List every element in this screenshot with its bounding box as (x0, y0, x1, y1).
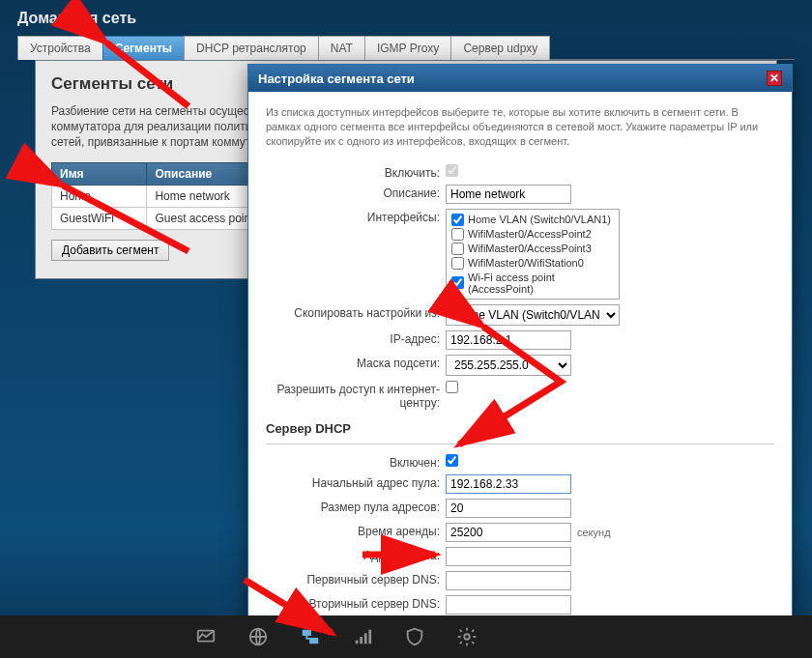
svg-rect-2 (303, 630, 311, 636)
bottom-taskbar (0, 615, 812, 658)
segment-settings-modal: Настройка сегмента сети ✕ Из списка дост… (247, 64, 793, 658)
iface-label: WifiMaster0/AccessPoint2 (468, 228, 592, 240)
label-dns2: Вторичный сервер DNS: (266, 595, 446, 611)
svg-point-8 (464, 634, 470, 640)
network-icon[interactable] (298, 624, 323, 649)
pool-size-field[interactable] (446, 499, 571, 518)
iface-checkbox[interactable] (451, 257, 464, 270)
copy-from-select[interactable]: Home VLAN (Switch0/VLAN1) (446, 304, 620, 326)
label-desc: Описание: (266, 185, 446, 200)
pool-start-field[interactable] (446, 474, 571, 494)
label-ifaces: Интерфейсы: (266, 209, 446, 224)
iface-checkbox[interactable] (451, 243, 464, 255)
enable-checkbox (446, 164, 458, 177)
svg-rect-4 (356, 641, 359, 644)
cell-name: Home (52, 185, 147, 207)
label-pool-start: Начальный адрес пула: (266, 474, 446, 490)
page-title: Домашняя сеть (0, 0, 812, 35)
label-lease: Время аренды: (266, 523, 446, 538)
shield-icon[interactable] (402, 624, 427, 649)
iface-checkbox[interactable] (451, 228, 464, 241)
iface-label: WifiMaster0/AccessPoint3 (468, 243, 592, 254)
iface-checkbox[interactable] (451, 214, 464, 226)
iface-label: Wi-Fi access point (AccessPoint) (468, 272, 614, 295)
cell-name: GuestWiFi (52, 207, 147, 229)
label-dhcp-enabled: Включен: (266, 454, 446, 470)
gear-icon[interactable] (454, 624, 479, 649)
tab-udpxy[interactable]: Сервер udpxy (450, 36, 550, 60)
svg-rect-6 (364, 633, 367, 644)
globe-icon[interactable] (246, 624, 271, 649)
add-segment-button[interactable]: Добавить сегмент (51, 240, 169, 261)
signal-icon[interactable] (350, 624, 375, 649)
col-name: Имя (52, 162, 147, 185)
gateway-field[interactable] (446, 547, 571, 566)
modal-description: Из списка доступных интерфейсов выберите… (266, 105, 774, 149)
label-mask: Маска подсети: (266, 355, 446, 370)
iface-label: Home VLAN (Switch0/VLAN1) (468, 214, 611, 225)
tab-dhcp-relay[interactable]: DHCP ретранслятор (184, 36, 319, 60)
tab-segments[interactable]: Сегменты (102, 36, 185, 60)
mask-select[interactable]: 255.255.255.0 (446, 355, 571, 376)
tab-devices[interactable]: Устройства (17, 36, 103, 60)
iface-label: WifiMaster0/WifiStation0 (468, 257, 584, 269)
label-copy-from: Скопировать настройки из: (266, 304, 446, 320)
lease-suffix: секунд (577, 527, 611, 538)
dhcp-enabled-checkbox[interactable] (446, 454, 458, 467)
dns1-field[interactable] (446, 571, 571, 590)
dns2-field[interactable] (446, 595, 571, 615)
tab-nat[interactable]: NAT (318, 36, 365, 60)
ip-field[interactable] (446, 330, 571, 350)
label-pool-size: Размер пула адресов: (266, 499, 446, 514)
label-dns1: Первичный сервер DNS: (266, 571, 446, 586)
desc-field[interactable] (446, 185, 571, 204)
allow-ic-checkbox[interactable] (446, 381, 458, 393)
tab-igmp[interactable]: IGMP Proxy (364, 36, 451, 60)
lease-field[interactable] (446, 523, 571, 542)
tab-bar: Устройства Сегменты DHCP ретранслятор NA… (17, 35, 795, 60)
modal-title: Настройка сегмента сети (258, 72, 415, 86)
label-ip: IP-адрес: (266, 330, 446, 346)
label-gateway: Адрес шлюза: (266, 547, 446, 562)
svg-rect-7 (368, 630, 371, 644)
dhcp-heading: Сервер DHCP (266, 421, 774, 436)
monitor-icon[interactable] (193, 624, 218, 649)
interfaces-list: Home VLAN (Switch0/VLAN1) WifiMaster0/Ac… (446, 209, 620, 300)
iface-checkbox[interactable] (451, 276, 464, 289)
label-allow-ic: Разрешить доступ к интернет-центру: (266, 381, 446, 410)
divider (266, 443, 774, 444)
label-enable: Включить: (266, 164, 446, 180)
close-icon[interactable]: ✕ (767, 71, 782, 86)
svg-rect-5 (360, 637, 362, 644)
